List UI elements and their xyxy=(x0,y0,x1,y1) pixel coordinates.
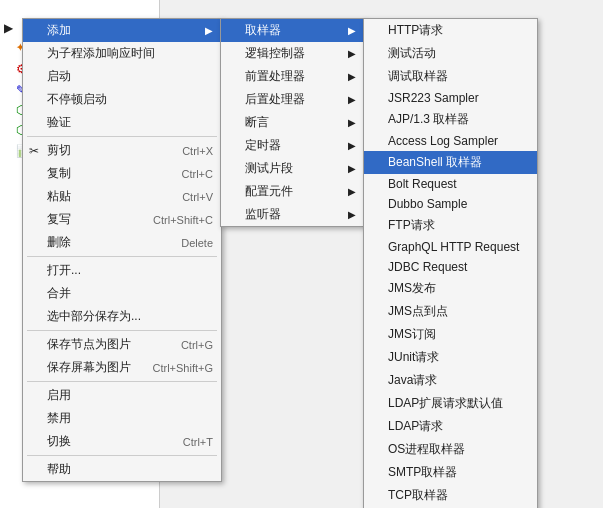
menu-item-test-fragment[interactable]: 测试片段 ▶ xyxy=(221,157,364,180)
menu-item-disable[interactable]: 禁用 xyxy=(23,407,221,430)
submenu-arrow-9: ▶ xyxy=(348,186,356,197)
separator-2 xyxy=(27,256,217,257)
menu-item-bolt-request[interactable]: Bolt Request xyxy=(364,174,537,194)
separator-5 xyxy=(27,455,217,456)
menu-item-timer[interactable]: 定时器 ▶ xyxy=(221,134,364,157)
menu-item-access-log-sampler[interactable]: Access Log Sampler xyxy=(364,131,537,151)
menu-item-start[interactable]: 启动 xyxy=(23,65,221,88)
menu-item-copy[interactable]: 复制 Ctrl+C xyxy=(23,162,221,185)
folder-icon: ▶ xyxy=(4,21,20,37)
submenu-arrow-4: ▶ xyxy=(348,71,356,82)
menu-item-smtp[interactable]: SMTP取样器 xyxy=(364,461,537,484)
menu-item-jms-point[interactable]: JMS点到点 xyxy=(364,300,537,323)
menu-item-debug-sampler[interactable]: 调试取样器 xyxy=(364,65,537,88)
menu-item-listener[interactable]: 监听器 ▶ xyxy=(221,203,364,226)
submenu-arrow-7: ▶ xyxy=(348,140,356,151)
menu-item-post-processor[interactable]: 后置处理器 ▶ xyxy=(221,88,364,111)
menu-item-save-selection[interactable]: 选中部分保存为... xyxy=(23,305,221,328)
menu-item-save-node-image[interactable]: 保存节点为图片 Ctrl+G xyxy=(23,333,221,356)
menu-item-http-request[interactable]: HTTP请求 xyxy=(364,19,537,42)
menu-item-start-no-pause[interactable]: 不停顿启动 xyxy=(23,88,221,111)
menu-item-merge[interactable]: 合并 xyxy=(23,282,221,305)
menu-item-open[interactable]: 打开... xyxy=(23,259,221,282)
scissors-icon xyxy=(29,144,39,158)
menu-item-paste[interactable]: 粘贴 Ctrl+V xyxy=(23,185,221,208)
context-menu-level2: 取样器 ▶ 逻辑控制器 ▶ 前置处理器 ▶ 后置处理器 ▶ 断言 ▶ 定时器 ▶… xyxy=(220,18,365,227)
menu-item-ajp[interactable]: AJP/1.3 取样器 xyxy=(364,108,537,131)
menu-item-os-process[interactable]: OS进程取样器 xyxy=(364,438,537,461)
submenu-arrow-8: ▶ xyxy=(348,163,356,174)
menu-item-beanshell-sampler[interactable]: BeanShell 取样器 xyxy=(364,151,537,174)
menu-item-validate[interactable]: 验证 xyxy=(23,111,221,134)
menu-item-save-screen-image[interactable]: 保存屏幕为图片 Ctrl+Shift+G xyxy=(23,356,221,379)
menu-item-dubbo-sample[interactable]: Dubbo Sample xyxy=(364,194,537,214)
submenu-arrow-5: ▶ xyxy=(348,94,356,105)
submenu-arrow-2: ▶ xyxy=(348,25,356,36)
menu-item-ldap-ext[interactable]: LDAP扩展请求默认值 xyxy=(364,392,537,415)
menu-item-test-action[interactable]: 测试活动 xyxy=(364,42,537,65)
menu-item-jdbc-request[interactable]: JDBC Request xyxy=(364,257,537,277)
menu-item-assertion[interactable]: 断言 ▶ xyxy=(221,111,364,134)
menu-item-pre-processor[interactable]: 前置处理器 ▶ xyxy=(221,65,364,88)
menu-item-enable[interactable]: 启用 xyxy=(23,384,221,407)
menu-item-sampler[interactable]: 取样器 ▶ xyxy=(221,19,364,42)
submenu-arrow-3: ▶ xyxy=(348,48,356,59)
submenu-arrow-10: ▶ xyxy=(348,209,356,220)
menu-item-add-time[interactable]: 为子程添加响应时间 xyxy=(23,42,221,65)
menu-item-ldap-request[interactable]: LDAP请求 xyxy=(364,415,537,438)
menu-item-jms-publish[interactable]: JMS发布 xyxy=(364,277,537,300)
separator-3 xyxy=(27,330,217,331)
submenu-arrow: ▶ xyxy=(205,25,213,36)
context-menu-level3: HTTP请求 测试活动 调试取样器 JSR223 Sampler AJP/1.3… xyxy=(363,18,538,508)
menu-item-cut[interactable]: 剪切 Ctrl+X xyxy=(23,139,221,162)
menu-item-duplicate[interactable]: 复写 Ctrl+Shift+C xyxy=(23,208,221,231)
menu-item-help[interactable]: 帮助 xyxy=(23,458,221,481)
menu-item-graphql-http[interactable]: GraphQL HTTP Request xyxy=(364,237,537,257)
menu-item-delete[interactable]: 删除 Delete xyxy=(23,231,221,254)
separator-4 xyxy=(27,381,217,382)
submenu-arrow-6: ▶ xyxy=(348,117,356,128)
menu-item-config-element[interactable]: 配置元件 ▶ xyxy=(221,180,364,203)
menu-item-jsr223[interactable]: JSR223 Sampler xyxy=(364,88,537,108)
menu-item-junit-request[interactable]: JUnit请求 xyxy=(364,346,537,369)
context-menu-level1: 添加 ▶ 为子程添加响应时间 启动 不停顿启动 验证 剪切 Ctrl+X 复制 … xyxy=(22,18,222,482)
menu-item-ftp-request[interactable]: FTP请求 xyxy=(364,214,537,237)
menu-item-toggle[interactable]: 切换 Ctrl+T xyxy=(23,430,221,453)
menu-item-add[interactable]: 添加 ▶ xyxy=(23,19,221,42)
separator-1 xyxy=(27,136,217,137)
menu-item-tcp[interactable]: TCP取样器 xyxy=(364,484,537,507)
menu-item-jms-subscribe[interactable]: JMS订阅 xyxy=(364,323,537,346)
menu-item-logic-controller[interactable]: 逻辑控制器 ▶ xyxy=(221,42,364,65)
menu-item-java-request[interactable]: Java请求 xyxy=(364,369,537,392)
